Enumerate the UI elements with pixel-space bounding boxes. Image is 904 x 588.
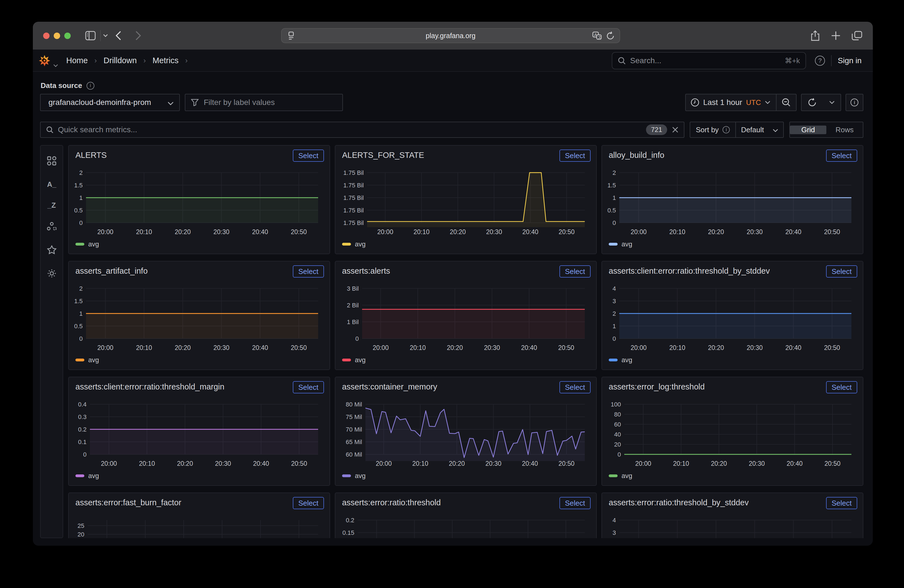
- svg-text:20:30: 20:30: [484, 344, 500, 351]
- quick-search-input[interactable]: Quick search metrics... 721: [40, 122, 684, 138]
- browser-toolbar: play.grafana.org A文: [33, 22, 873, 49]
- tab-overview-icon[interactable]: [852, 31, 862, 40]
- share-nodes-icon[interactable]: [47, 222, 57, 233]
- sidebar-toggle-icon[interactable]: [85, 31, 96, 40]
- reload-icon[interactable]: [606, 31, 615, 40]
- time-range-picker[interactable]: Last 1 hour UTC: [685, 94, 797, 111]
- help-icon[interactable]: ?: [815, 56, 825, 66]
- svg-text:20:00: 20:00: [631, 228, 647, 236]
- svg-text:20:10: 20:10: [136, 344, 152, 351]
- panel-select-button[interactable]: Select: [293, 497, 324, 509]
- panel-select-button[interactable]: Select: [559, 266, 591, 278]
- screenshot-root: play.grafana.org A文: [0, 0, 904, 588]
- sort-alpha-asc-icon[interactable]: A_: [47, 180, 56, 189]
- view-toggle-rows[interactable]: Rows: [827, 126, 863, 134]
- url-bar[interactable]: play.grafana.org A文: [281, 28, 620, 43]
- minimize-window-button[interactable]: [54, 33, 60, 39]
- back-button[interactable]: [115, 31, 121, 41]
- global-search-input[interactable]: Search... ⌘+k: [612, 52, 806, 70]
- new-tab-icon[interactable]: [831, 31, 841, 40]
- refresh-button[interactable]: [801, 98, 823, 107]
- zoom-out-button[interactable]: [776, 94, 796, 111]
- share-icon[interactable]: [811, 30, 820, 41]
- sort-value-dropdown[interactable]: Default: [736, 126, 783, 134]
- svg-text:100: 100: [611, 401, 621, 408]
- breadcrumb-drilldown[interactable]: Drilldown: [104, 56, 137, 65]
- svg-text:20:40: 20:40: [522, 228, 539, 236]
- panel-title: ALERTS: [76, 151, 107, 160]
- svg-text:20:20: 20:20: [708, 228, 724, 236]
- label-filter-input[interactable]: Filter by label values: [185, 94, 343, 111]
- legend-color-pill: [609, 243, 618, 245]
- svg-text:2: 2: [79, 285, 83, 292]
- chevron-down-icon: [773, 129, 778, 132]
- svg-text:0.4: 0.4: [78, 401, 87, 408]
- chevron-down-icon: [829, 101, 835, 104]
- breadcrumb-separator-icon: ›: [94, 56, 97, 65]
- panel-select-button[interactable]: Select: [826, 381, 857, 394]
- svg-text:75 Mil: 75 Mil: [346, 413, 362, 420]
- gear-icon[interactable]: [47, 269, 57, 280]
- panel-select-button[interactable]: Select: [826, 150, 857, 162]
- panel-sidebar: A_ _Z: [40, 145, 63, 538]
- svg-text:20:10: 20:10: [410, 344, 426, 351]
- dashboard-shapes-icon[interactable]: [47, 156, 57, 168]
- svg-text:20:50: 20:50: [291, 460, 307, 467]
- panel-select-button[interactable]: Select: [559, 497, 591, 509]
- svg-text:1: 1: [613, 194, 616, 201]
- panel-select-button[interactable]: Select: [293, 150, 324, 162]
- info-button[interactable]: i: [846, 94, 863, 111]
- svg-text:4: 4: [613, 517, 616, 524]
- svg-text:1.5: 1.5: [607, 182, 616, 189]
- svg-text:0.2: 0.2: [78, 426, 87, 433]
- info-icon[interactable]: i: [722, 126, 730, 133]
- panel-select-button[interactable]: Select: [826, 266, 857, 278]
- panel-select-button[interactable]: Select: [293, 381, 324, 394]
- svg-text:0: 0: [613, 220, 616, 226]
- svg-text:20:50: 20:50: [291, 228, 307, 236]
- refresh-interval-dropdown[interactable]: [823, 101, 841, 104]
- svg-text:20:40: 20:40: [521, 344, 537, 351]
- star-icon[interactable]: [47, 245, 57, 256]
- sidebar-chevron-icon[interactable]: [103, 34, 108, 37]
- svg-text:0.5: 0.5: [74, 207, 83, 214]
- sort-alpha-desc-icon[interactable]: _Z: [47, 201, 56, 210]
- svg-text:25: 25: [77, 522, 84, 529]
- breadcrumb-home[interactable]: Home: [66, 56, 88, 65]
- data-source-select[interactable]: grafanacloud-demoinfra-prom: [40, 94, 180, 111]
- svg-text:20:20: 20:20: [177, 460, 193, 467]
- svg-text:2: 2: [613, 310, 616, 317]
- refresh-icon: [808, 98, 816, 107]
- clear-search-icon[interactable]: [672, 126, 678, 133]
- sign-in-button[interactable]: Sign in: [838, 49, 862, 72]
- forward-button[interactable]: [135, 31, 141, 41]
- close-window-button[interactable]: [43, 33, 49, 39]
- svg-text:0.3: 0.3: [78, 413, 87, 420]
- svg-text:0: 0: [613, 335, 616, 342]
- svg-text:1: 1: [79, 194, 83, 201]
- panel-select-button[interactable]: Select: [293, 266, 324, 278]
- translate-icon[interactable]: A文: [592, 32, 602, 40]
- grafana-logo[interactable]: [38, 55, 51, 69]
- svg-text:0: 0: [618, 451, 621, 458]
- panel-legend: avg: [609, 356, 632, 364]
- toolbar-divider: [100, 30, 101, 41]
- svg-text:1.75 Bil: 1.75 Bil: [343, 182, 364, 189]
- svg-text:20:40: 20:40: [787, 460, 803, 467]
- svg-text:20: 20: [77, 531, 84, 538]
- org-switcher-chevron-icon[interactable]: [54, 59, 58, 70]
- panel-select-button[interactable]: Select: [826, 497, 857, 509]
- svg-text:20:40: 20:40: [785, 228, 801, 236]
- svg-text:0.5: 0.5: [74, 322, 83, 330]
- panel-select-button[interactable]: Select: [559, 381, 591, 394]
- svg-text:20:50: 20:50: [824, 460, 841, 467]
- info-icon[interactable]: i: [87, 82, 94, 90]
- breadcrumb-metrics[interactable]: Metrics: [153, 56, 179, 65]
- svg-text:40: 40: [614, 431, 621, 438]
- sort-by-label: Sort by: [696, 126, 719, 134]
- view-toggle-grid[interactable]: Grid: [790, 126, 827, 134]
- panel-select-button[interactable]: Select: [559, 150, 591, 162]
- metric-panel: 00.10.20.30.420:0020:1020:2020:3020:4020…: [68, 377, 330, 486]
- legend-color-pill: [609, 359, 618, 361]
- zoom-window-button[interactable]: [64, 33, 71, 39]
